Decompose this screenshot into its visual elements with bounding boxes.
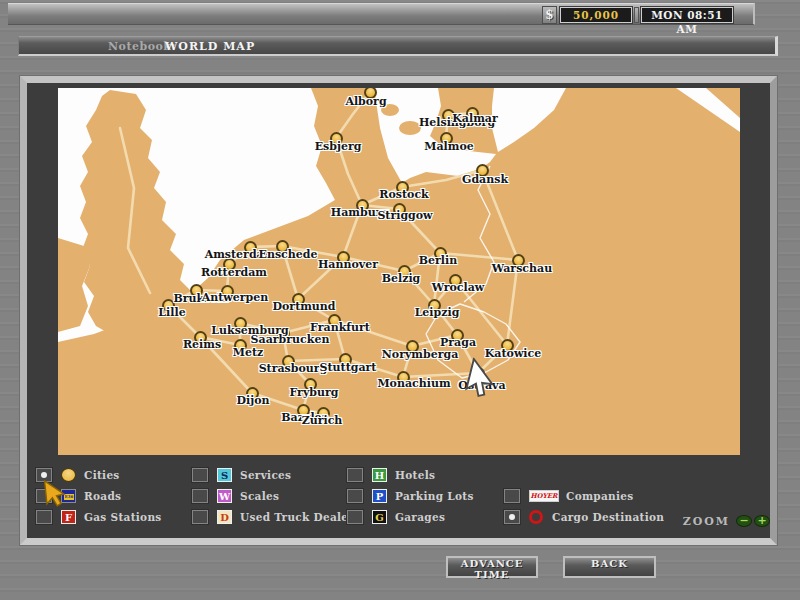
legend-label: Cargo Destination bbox=[552, 511, 664, 523]
legend-label: Cities bbox=[84, 469, 120, 481]
cargo-destination-icon bbox=[529, 510, 543, 524]
notebook-header: Notebook: WORLD MAP bbox=[18, 36, 778, 56]
city-label-warschau[interactable]: Warschau bbox=[492, 262, 552, 275]
island bbox=[399, 121, 421, 135]
world-map-panel: AlborgHelsingborgKalmarEsbjergMalmoeGdan… bbox=[20, 76, 777, 545]
city-label-reims[interactable]: Reims bbox=[183, 338, 221, 351]
legend-label: Companies bbox=[566, 490, 634, 502]
topbar-divider bbox=[634, 7, 639, 23]
legend-label: Parking Lots bbox=[395, 490, 474, 502]
city-label-rostock[interactable]: Rostock bbox=[379, 188, 428, 201]
used-truck-dealers-icon: D bbox=[217, 510, 232, 524]
world-map[interactable]: AlborgHelsingborgKalmarEsbjergMalmoeGdan… bbox=[58, 88, 740, 455]
zoom-label: ZOOM bbox=[657, 515, 730, 528]
page-title: WORLD MAP bbox=[165, 40, 255, 53]
hotels-icon: H bbox=[372, 468, 387, 482]
legend-label: Scales bbox=[240, 490, 279, 502]
parking-lots-checkbox[interactable] bbox=[347, 489, 363, 503]
city-label-leipzig[interactable]: Leipzig bbox=[415, 306, 460, 319]
city-label-wroclaw[interactable]: Wroclaw bbox=[432, 281, 484, 294]
zoom-out-button[interactable]: − bbox=[736, 515, 752, 527]
city-label-lille[interactable]: Lille bbox=[158, 306, 185, 319]
money-display: 50,000 bbox=[560, 7, 632, 23]
city-label-saarbrucken[interactable]: Saarbrucken bbox=[251, 333, 330, 346]
city-label-malmoe[interactable]: Malmoe bbox=[424, 140, 473, 153]
city-label-hannover[interactable]: Hannover bbox=[318, 258, 378, 271]
city-label-esbjerg[interactable]: Esbjerg bbox=[315, 140, 362, 153]
hotels-checkbox[interactable] bbox=[347, 468, 363, 482]
city-label-antwerpen[interactable]: Antwerpen bbox=[202, 291, 269, 304]
city-label-gdansk[interactable]: Gdansk bbox=[462, 173, 508, 186]
legend-label: Services bbox=[240, 469, 291, 481]
checkbox-dot bbox=[509, 514, 515, 520]
used-truck-dealers-checkbox[interactable] bbox=[192, 510, 208, 524]
highlight-cursor-icon bbox=[41, 478, 68, 510]
garages-icon: G bbox=[372, 510, 387, 524]
city-label-dijon[interactable]: Dijon bbox=[236, 394, 269, 407]
city-label-katowice[interactable]: Katowice bbox=[485, 347, 541, 360]
gas-stations-checkbox[interactable] bbox=[36, 510, 52, 524]
cargo-destination-checkbox[interactable] bbox=[504, 510, 520, 524]
services-icon: S bbox=[217, 468, 232, 482]
companies-icon: HOYER bbox=[529, 490, 559, 502]
legend-label: Garages bbox=[395, 511, 445, 523]
scales-icon: W bbox=[217, 489, 232, 503]
legend-label: Gas Stations bbox=[84, 511, 162, 523]
advance-time-button[interactable]: ADVANCE TIME bbox=[446, 556, 538, 578]
zoom-in-button[interactable]: + bbox=[754, 515, 770, 527]
city-label-dortmund[interactable]: Dortmund bbox=[272, 300, 335, 313]
city-label-norymberga[interactable]: Norymberga bbox=[382, 348, 459, 361]
garages-checkbox[interactable] bbox=[347, 510, 363, 524]
city-label-stuttgart[interactable]: Stuttgart bbox=[320, 361, 377, 374]
city-label-striggow[interactable]: Striggow bbox=[377, 209, 432, 222]
legend-label: Hotels bbox=[395, 469, 435, 481]
city-label-berlin[interactable]: Berlin bbox=[419, 254, 457, 267]
city-label-enschede[interactable]: Enschede bbox=[259, 248, 318, 261]
gas-stations-icon: F bbox=[61, 510, 76, 524]
scales-checkbox[interactable] bbox=[192, 489, 208, 503]
city-label-alborg[interactable]: Alborg bbox=[345, 95, 386, 108]
services-checkbox[interactable] bbox=[192, 468, 208, 482]
companies-checkbox[interactable] bbox=[504, 489, 520, 503]
city-label-fryburg[interactable]: Fryburg bbox=[290, 386, 339, 399]
legend-label: Used Truck Dealers bbox=[240, 511, 360, 523]
city-label-belzig[interactable]: Belzig bbox=[382, 272, 421, 285]
dollar-icon: $ bbox=[542, 6, 557, 24]
back-button[interactable]: BACK bbox=[563, 556, 656, 578]
parking-lots-icon: P bbox=[372, 489, 387, 503]
top-status-bar: $ 50,000 MON 08:51 AM bbox=[8, 3, 755, 25]
city-label-rotterdam[interactable]: Rotterdam bbox=[201, 266, 267, 279]
city-label-kalmar[interactable]: Kalmar bbox=[452, 112, 497, 125]
city-label-metz[interactable]: Metz bbox=[233, 346, 264, 359]
city-label-monachium[interactable]: Monachium bbox=[377, 377, 450, 390]
datetime-display: MON 08:51 AM bbox=[641, 7, 733, 23]
checkbox-dot bbox=[41, 472, 47, 478]
city-label-zurich[interactable]: Zurich bbox=[302, 414, 343, 427]
legend-label: Roads bbox=[84, 490, 121, 502]
city-label-strasbourg[interactable]: Strasbourg bbox=[259, 362, 328, 375]
